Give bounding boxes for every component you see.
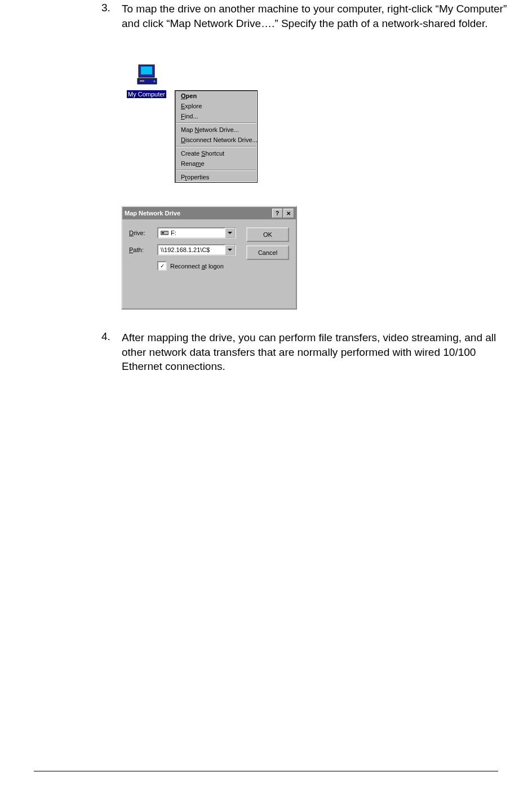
dialog-body: Drive: F: Path: \\192.168.1.21\C$ [122,219,296,308]
ok-button[interactable]: OK [246,227,289,242]
svg-rect-1 [141,67,152,74]
context-menu: Open Explore Find... Map Network Drive..… [175,90,258,183]
path-dropdown-button[interactable] [225,245,235,255]
menu-item-properties[interactable]: Properties [175,172,257,182]
svg-rect-6 [162,232,164,233]
menu-separator [176,170,256,171]
menu-item-open[interactable]: Open [175,91,257,101]
reconnect-label: Reconnect at logon [170,263,224,270]
menu-item-rename[interactable]: Rename [175,158,257,169]
path-value: \\192.168.1.21\C$ [158,246,225,253]
svg-rect-3 [140,80,144,82]
close-button[interactable]: ✕ [283,209,294,218]
dialog-title-text: Map Network Drive [125,210,271,217]
drive-icon [161,230,169,236]
help-button[interactable]: ? [272,209,282,218]
chevron-down-icon [228,232,232,234]
reconnect-row: ✓ Reconnect at logon [157,261,289,271]
computer-icon [133,61,160,86]
document-page: 3. To map the drive on another machine t… [0,0,532,794]
map-network-drive-dialog: Map Network Drive ? ✕ Drive: F: [121,206,297,310]
path-combobox[interactable]: \\192.168.1.21\C$ [157,244,236,255]
drive-combobox[interactable]: F: [157,227,236,239]
reconnect-checkbox[interactable]: ✓ [157,261,167,271]
drive-label: Drive: [129,230,157,236]
chevron-down-icon [228,249,232,251]
menu-item-map-network-drive[interactable]: Map Network Drive... [175,125,257,135]
step-3-text: To map the drive on another machine to y… [122,2,511,30]
step-4-text: After mapping the drive, you can perform… [122,330,511,374]
menu-item-disconnect-network-drive[interactable]: Disconnect Network Drive... [175,135,257,145]
drive-dropdown-button[interactable] [225,228,235,238]
menu-separator [176,122,256,123]
my-computer-icon-block: My Computer [121,61,172,99]
path-label: Path: [129,246,157,253]
list-number-3: 3. [101,2,110,14]
menu-item-explore[interactable]: Explore [175,101,257,111]
dialog-titlebar[interactable]: Map Network Drive ? ✕ [122,207,296,219]
menu-separator [176,146,256,147]
my-computer-label[interactable]: My Computer [127,90,166,98]
cancel-button[interactable]: Cancel [246,245,289,260]
footer-separator [34,771,498,771]
svg-point-4 [154,81,156,82]
drive-value: F: [158,230,225,236]
menu-item-create-shortcut[interactable]: Create Shortcut [175,148,257,158]
menu-item-find[interactable]: Find... [175,111,257,121]
list-number-4: 4. [101,330,110,343]
